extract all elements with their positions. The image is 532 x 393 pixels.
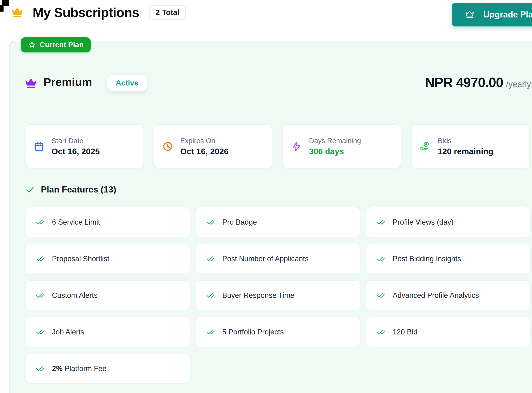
- feature-label: Advanced Profile Analytics: [393, 291, 479, 300]
- plan-stats-row: Start Date Oct 16, 2025 Expires On Oct 1…: [25, 124, 530, 168]
- current-plan-label: Current Plan: [40, 41, 84, 49]
- stat-label: Start Date: [51, 137, 100, 145]
- stat-value: 306 days: [309, 147, 361, 156]
- feature-item: Pro Badge: [196, 207, 360, 237]
- double-check-icon: [206, 328, 215, 336]
- stat-start-date: Start Date Oct 16, 2025: [25, 124, 143, 168]
- feature-item: 2% Platform Fee: [25, 354, 190, 383]
- feature-item: Custom Alerts: [25, 280, 190, 310]
- feature-item: Advanced Profile Analytics: [366, 280, 531, 310]
- feature-label: Post Number of Applicants: [222, 255, 309, 263]
- screen-artifact: [0, 5, 4, 12]
- double-check-icon: [377, 328, 385, 336]
- feature-label: Proposal Shortlist: [52, 255, 109, 263]
- feature-label: 5 Portfolio Projects: [222, 328, 284, 336]
- price-period: /yearly: [506, 79, 531, 89]
- stat-value: Oct 16, 2025: [51, 147, 100, 156]
- upgrade-plan-label: Upgrade Plan: [483, 10, 532, 20]
- price-amount: NPR 4970.00: [425, 75, 503, 90]
- feature-item: 5 Portfolio Projects: [196, 317, 360, 347]
- double-check-icon: [36, 328, 44, 336]
- hand-badge-icon: [420, 141, 431, 152]
- feature-label: Job Alerts: [52, 328, 84, 336]
- plan-features-heading: Plan Features (13): [25, 185, 116, 195]
- double-check-icon: [377, 255, 385, 263]
- feature-strong: 2%: [52, 364, 63, 373]
- zap-icon: [291, 141, 302, 152]
- stat-label: Bids: [438, 137, 493, 145]
- calendar-icon: [34, 141, 44, 152]
- double-check-icon: [206, 255, 215, 263]
- plan-price: NPR 4970.00 /yearly: [373, 75, 531, 90]
- feature-label: Post Bidding Insights: [393, 255, 461, 263]
- feature-label: Profile Views (day): [393, 218, 453, 226]
- current-plan-badge: Current Plan: [21, 37, 91, 52]
- feature-label: Buyer Response Time: [222, 291, 294, 300]
- stat-expires-on: Expires On Oct 16, 2026: [154, 124, 272, 168]
- stat-label: Expires On: [180, 137, 228, 145]
- stat-bids: Bids 120 remaining: [412, 124, 530, 168]
- double-check-icon: [36, 291, 44, 300]
- feature-item: Buyer Response Time: [196, 280, 360, 310]
- total-count-badge: 2 Total: [149, 5, 186, 20]
- double-check-icon: [377, 218, 385, 226]
- stat-value: Oct 16, 2026: [180, 147, 228, 156]
- screen-artifact: [2, 0, 9, 6]
- stat-label: Days Remaining: [309, 137, 361, 145]
- feature-label: Platform Fee: [63, 364, 107, 373]
- stat-days-remaining: Days Remaining 306 days: [283, 124, 401, 168]
- clock-icon: [162, 141, 173, 152]
- crown-outline-icon: [464, 10, 475, 20]
- feature-label: 120 Bid: [393, 328, 417, 336]
- current-plan-card: Current Plan Premium Active NPR 4970.00 …: [9, 41, 532, 393]
- double-check-icon: [36, 364, 44, 373]
- double-check-icon: [36, 255, 44, 263]
- page-header: My Subscriptions 2 Total: [10, 5, 186, 20]
- stat-value: 120 remaining: [438, 147, 493, 156]
- premium-crown-icon: [24, 77, 38, 90]
- feature-label: Custom Alerts: [52, 291, 98, 300]
- plan-features-title: Plan Features (13): [41, 185, 116, 195]
- upgrade-plan-button[interactable]: Upgrade Plan: [452, 3, 532, 26]
- feature-item: Job Alerts: [25, 317, 190, 347]
- star-icon: [28, 41, 36, 49]
- page-title: My Subscriptions: [33, 5, 139, 20]
- double-check-icon: [377, 291, 385, 300]
- feature-label: Pro Badge: [222, 218, 257, 226]
- status-badge: Active: [107, 75, 147, 91]
- double-check-icon: [206, 218, 215, 226]
- feature-item: Post Number of Applicants: [196, 244, 360, 274]
- check-icon: [25, 185, 35, 194]
- feature-item: Profile Views (day): [366, 207, 531, 237]
- feature-item: Proposal Shortlist: [25, 244, 190, 274]
- plan-name: Premium: [44, 76, 92, 88]
- crown-icon: [10, 6, 24, 19]
- feature-label: 6 Service Limit: [52, 218, 100, 226]
- feature-item: Post Bidding Insights: [366, 244, 531, 274]
- features-grid: 6 Service Limit Pro Badge Profile Views …: [25, 207, 531, 383]
- double-check-icon: [36, 218, 44, 226]
- feature-item: 6 Service Limit: [25, 207, 190, 237]
- feature-item: 120 Bid: [366, 317, 531, 347]
- double-check-icon: [206, 291, 215, 300]
